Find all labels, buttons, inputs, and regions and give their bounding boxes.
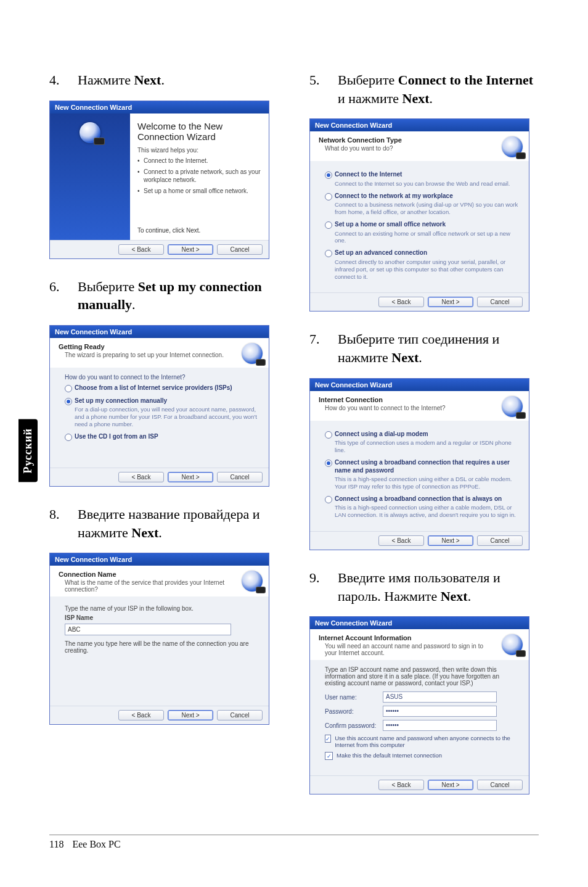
step-6-text: 6. Выберите Set up my connection manuall… — [49, 278, 279, 314]
wizard-step6: New Connection Wizard Getting Ready The … — [49, 325, 269, 487]
step-number: 5. — [309, 71, 338, 107]
step-5-text: 5. Выберите Connect to the Internet и на… — [309, 71, 539, 107]
step-number: 7. — [309, 330, 338, 366]
language-tab: Русский — [18, 419, 38, 482]
cancel-button[interactable]: Cancel — [217, 244, 263, 255]
isp-name-input[interactable]: ABC — [65, 624, 231, 635]
step-8-text: 8. Введите название провайдера и нажмите… — [49, 505, 279, 542]
next-button[interactable]: Next > — [428, 297, 473, 307]
cancel-button[interactable]: Cancel — [477, 780, 523, 790]
wizard-heading: Connection Name — [59, 571, 237, 578]
cancel-button[interactable]: Cancel — [217, 472, 263, 482]
globe-icon — [80, 122, 100, 143]
wizard-sidebar — [50, 113, 130, 240]
next-button[interactable]: Next > — [168, 244, 213, 255]
globe-icon — [242, 343, 263, 364]
page-number: 118 — [49, 839, 63, 849]
cancel-button[interactable]: Cancel — [477, 535, 523, 546]
wizard-step8: New Connection Wizard Connection Name Wh… — [49, 553, 269, 725]
back-button[interactable]: < Back — [378, 535, 424, 546]
step-7-text: 7. Выберите тип соединения и нажмите Nex… — [309, 330, 539, 366]
step-number: 4. — [49, 71, 78, 89]
radio-option[interactable]: Choose from a list of Internet service p… — [65, 384, 259, 392]
radio-option[interactable]: Set up an advanced connectionConnect dir… — [325, 249, 519, 280]
back-button[interactable]: < Back — [118, 710, 164, 720]
page-footer: 118 Eee Box PC — [49, 835, 539, 850]
globe-icon — [502, 634, 523, 655]
window-title: New Connection Wizard — [310, 119, 529, 131]
cancel-button[interactable]: Cancel — [477, 297, 523, 307]
wizard-step4: New Connection Wizard Welcome to the New… — [49, 101, 269, 259]
step-4-text: 4. Нажмите Next. — [49, 71, 279, 89]
checkbox[interactable]: ✓ — [325, 735, 331, 743]
username-input[interactable]: ASUS — [383, 691, 497, 703]
wizard-step5: New Connection Wizard Network Connection… — [309, 118, 529, 311]
window-title: New Connection Wizard — [50, 101, 269, 113]
radio-option[interactable]: Use the CD I got from an ISP — [65, 433, 259, 441]
next-button[interactable]: Next > — [168, 710, 213, 720]
confirm-password-input[interactable]: •••••• — [383, 720, 497, 731]
radio-option[interactable]: Connect to the network at my workplaceCo… — [325, 192, 519, 216]
step-number: 9. — [309, 569, 338, 605]
wizard-heading: Network Connection Type — [319, 136, 497, 144]
radio-option[interactable]: Set up a home or small office networkCon… — [325, 221, 519, 244]
radio-option[interactable]: Connect using a dial-up modemThis type o… — [325, 431, 519, 454]
radio-option[interactable]: Connect using a broadband connection tha… — [325, 459, 519, 490]
globe-icon — [242, 571, 263, 592]
step-number: 8. — [49, 505, 78, 542]
radio-option[interactable]: Connect to the InternetConnect to the In… — [325, 171, 519, 187]
globe-icon — [502, 396, 523, 417]
back-button[interactable]: < Back — [118, 244, 164, 255]
window-title: New Connection Wizard — [50, 326, 269, 338]
checkbox[interactable]: ✓ — [325, 752, 333, 760]
step-9-text: 9. Введите имя пользователя и пароль. На… — [309, 569, 539, 605]
step-number: 6. — [49, 278, 78, 314]
window-title: New Connection Wizard — [310, 617, 529, 629]
wizard-heading: Internet Account Information — [319, 634, 497, 642]
cancel-button[interactable]: Cancel — [217, 710, 263, 720]
radio-option[interactable]: Set up my connection manuallyFor a dial-… — [65, 397, 259, 428]
wizard-heading: Internet Connection — [319, 396, 497, 403]
product-name: Eee Box PC — [72, 839, 120, 849]
radio-option[interactable]: Connect using a broadband connection tha… — [325, 495, 519, 519]
back-button[interactable]: < Back — [378, 780, 424, 790]
wizard-heading: Welcome to the New Connection Wizard — [137, 121, 261, 142]
next-button[interactable]: Next > — [428, 780, 473, 790]
next-button[interactable]: Next > — [168, 472, 213, 482]
back-button[interactable]: < Back — [378, 297, 424, 307]
back-button[interactable]: < Back — [118, 472, 164, 482]
wizard-step9: New Connection Wizard Internet Account I… — [309, 616, 529, 794]
password-input[interactable]: •••••• — [383, 706, 497, 717]
window-title: New Connection Wizard — [50, 553, 269, 566]
globe-icon — [502, 136, 523, 157]
wizard-step7: New Connection Wizard Internet Connectio… — [309, 378, 529, 550]
window-title: New Connection Wizard — [310, 379, 529, 391]
wizard-heading: Getting Ready — [59, 343, 237, 350]
next-button[interactable]: Next > — [428, 535, 473, 546]
